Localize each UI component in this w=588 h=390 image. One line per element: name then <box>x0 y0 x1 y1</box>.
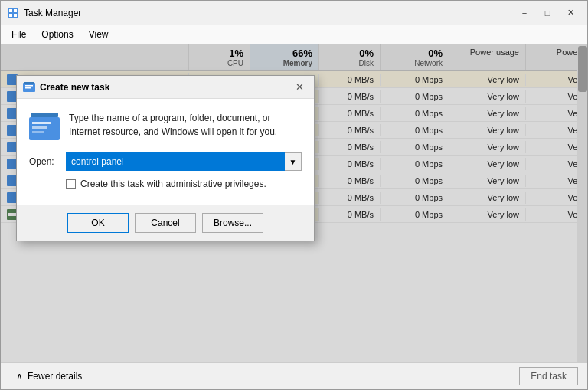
title-bar-left: Task Manager <box>7 7 81 19</box>
fewer-details-button[interactable]: ∧ Fewer details <box>10 368 88 385</box>
modal-info-icon <box>29 111 60 142</box>
svg-rect-22 <box>32 122 51 124</box>
menu-view[interactable]: View <box>81 27 116 42</box>
taskmanager-icon <box>7 7 19 19</box>
minimize-button[interactable]: − <box>514 5 535 21</box>
open-label: Open: <box>29 156 60 167</box>
main-content: 1% CPU 66% Memory 0% Disk 0% Netwo <box>1 44 587 362</box>
svg-rect-4 <box>14 14 17 17</box>
svg-rect-21 <box>31 113 58 117</box>
open-input[interactable] <box>66 152 285 171</box>
svg-rect-23 <box>32 126 47 129</box>
svg-rect-24 <box>32 131 44 133</box>
svg-rect-19 <box>25 87 31 89</box>
maximize-button[interactable]: □ <box>537 5 558 21</box>
browse-button[interactable]: Browse... <box>202 213 263 233</box>
dropdown-button[interactable]: ▼ <box>285 152 302 171</box>
menu-bar: File Options View <box>1 25 587 44</box>
modal-info-row: Type the name of a program, folder, docu… <box>29 111 302 142</box>
modal-open-row: Open: ▼ <box>29 152 302 171</box>
title-bar: Task Manager − □ ✕ <box>1 1 587 25</box>
menu-options[interactable]: Options <box>34 27 80 42</box>
create-new-task-dialog: Create new task ✕ Type the <box>16 75 315 241</box>
bottom-bar: ∧ Fewer details End task <box>1 362 587 389</box>
svg-rect-1 <box>9 9 12 12</box>
svg-rect-3 <box>9 14 12 17</box>
close-button[interactable]: ✕ <box>560 5 581 21</box>
svg-rect-18 <box>25 85 33 87</box>
admin-checkbox-label: Create this task with administrative pri… <box>80 179 266 189</box>
modal-body: Type the name of a program, folder, docu… <box>17 99 314 205</box>
window-controls: − □ ✕ <box>514 5 581 21</box>
modal-close-button[interactable]: ✕ <box>291 79 308 96</box>
modal-info-text: Type the name of a program, folder, docu… <box>69 111 277 139</box>
admin-checkbox[interactable] <box>66 179 76 189</box>
svg-rect-17 <box>24 82 34 84</box>
modal-title-icon <box>23 81 35 93</box>
cancel-button[interactable]: Cancel <box>135 213 196 233</box>
chevron-up-icon: ∧ <box>16 371 23 382</box>
task-manager-window: Task Manager − □ ✕ File Options View 1% … <box>0 0 588 390</box>
ok-button[interactable]: OK <box>67 213 129 233</box>
modal-footer: OK Cancel Browse... <box>17 205 314 241</box>
window-title: Task Manager <box>24 8 81 18</box>
modal-overlay: Create new task ✕ Type the <box>1 44 587 362</box>
modal-title-bar: Create new task ✕ <box>17 76 314 99</box>
menu-file[interactable]: File <box>4 27 34 42</box>
modal-title-text: Create new task <box>40 82 109 93</box>
modal-title-left: Create new task <box>23 81 109 93</box>
input-wrapper: ▼ <box>66 152 302 171</box>
svg-rect-2 <box>14 9 17 12</box>
end-task-button[interactable]: End task <box>519 367 578 385</box>
checkbox-row: Create this task with administrative pri… <box>66 179 302 189</box>
